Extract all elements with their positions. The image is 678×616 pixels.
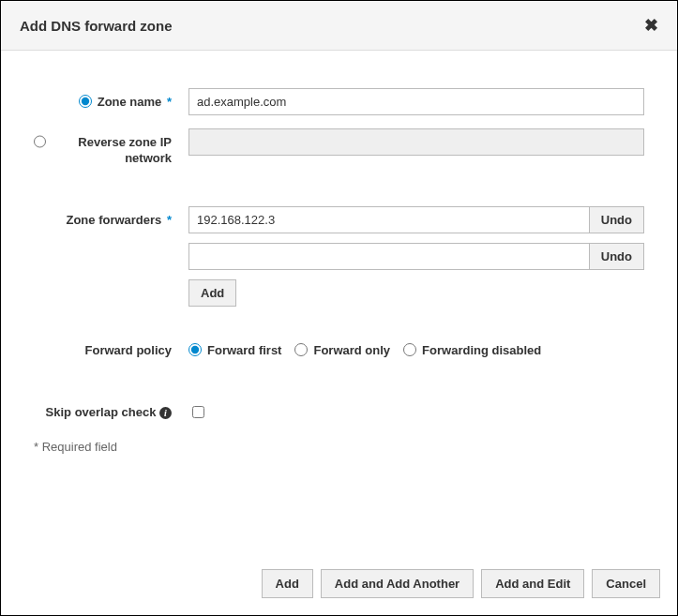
forwarder-row: Undo: [188, 206, 644, 233]
dialog-footer: Add Add and Add Another Add and Edit Can…: [1, 558, 677, 615]
row-forward-policy: Forward policy Forward first Forward onl…: [34, 337, 644, 359]
forwarder-input[interactable]: [189, 244, 589, 269]
forward-only-label: Forward only: [313, 343, 390, 357]
row-zone-name: Zone name *: [34, 88, 644, 115]
add-forwarder-button[interactable]: Add: [188, 279, 236, 307]
required-field-note: * Required field: [34, 440, 644, 454]
add-and-add-another-button[interactable]: Add and Add Another: [321, 569, 474, 598]
forward-first-radio[interactable]: [188, 343, 202, 356]
row-zone-forwarders: Zone forwarders * Undo Undo Add: [34, 206, 644, 307]
add-dns-forward-zone-dialog: Add DNS forward zone ✖ Zone name * Rever…: [0, 0, 678, 616]
reverse-zone-label: Reverse zone IP network: [52, 135, 172, 167]
required-star-icon: *: [163, 213, 172, 227]
undo-button[interactable]: Undo: [589, 207, 643, 233]
dialog-title: Add DNS forward zone: [20, 18, 173, 34]
add-button[interactable]: Add: [262, 569, 313, 598]
zone-name-input[interactable]: [188, 88, 644, 115]
add-and-edit-button[interactable]: Add and Edit: [481, 569, 584, 598]
reverse-zone-radio[interactable]: [34, 135, 46, 148]
dialog-header: Add DNS forward zone ✖: [1, 1, 677, 51]
undo-button[interactable]: Undo: [589, 244, 643, 269]
required-star-icon: *: [163, 95, 172, 109]
forward-only-option[interactable]: Forward only: [294, 343, 390, 357]
row-reverse-zone: Reverse zone IP network: [34, 128, 644, 167]
forwarder-row: Undo: [188, 243, 644, 270]
skip-overlap-checkbox[interactable]: [192, 406, 204, 418]
skip-overlap-label: Skip overlap check: [46, 405, 157, 419]
forward-policy-label: Forward policy: [85, 343, 172, 359]
forwarder-input[interactable]: [189, 207, 589, 233]
close-icon[interactable]: ✖: [644, 15, 658, 36]
forwarding-disabled-option[interactable]: Forwarding disabled: [403, 343, 541, 357]
cancel-button[interactable]: Cancel: [592, 569, 660, 598]
zone-forwarders-label: Zone forwarders: [66, 213, 161, 227]
forward-first-option[interactable]: Forward first: [188, 343, 281, 357]
dialog-body: Zone name * Reverse zone IP network Zone…: [1, 51, 677, 558]
forwarding-disabled-radio[interactable]: [403, 343, 416, 356]
reverse-zone-input: [188, 128, 644, 156]
info-icon[interactable]: i: [159, 407, 172, 419]
row-skip-overlap: Skip overlap check i: [34, 398, 644, 421]
forward-only-radio[interactable]: [294, 343, 308, 356]
zone-name-radio[interactable]: [79, 95, 92, 108]
forward-first-label: Forward first: [207, 343, 281, 357]
forwarding-disabled-label: Forwarding disabled: [422, 343, 541, 357]
zone-name-label: Zone name: [98, 95, 162, 109]
